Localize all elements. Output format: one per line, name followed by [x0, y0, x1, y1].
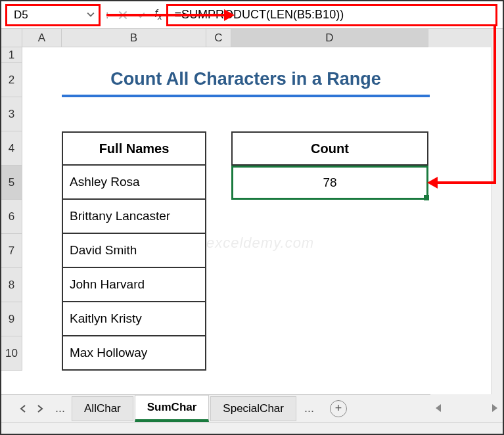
- col-header-c[interactable]: C: [206, 29, 231, 47]
- row-header-10[interactable]: 10: [1, 336, 22, 371]
- row-header-8[interactable]: 8: [1, 268, 22, 302]
- count-value: 78: [323, 175, 336, 190]
- select-all-corner[interactable]: [1, 29, 22, 47]
- row-header-3[interactable]: 3: [1, 97, 22, 131]
- count-table: Count 78: [231, 131, 428, 200]
- spreadsheet-grid: A B C D 1 2 3 4 5 6 7 8 9 10 Count All C…: [1, 29, 503, 396]
- selected-cell-d5[interactable]: 78: [231, 166, 428, 200]
- page-title: Count All Characters in a Range: [62, 63, 430, 97]
- col-header-b[interactable]: B: [62, 29, 206, 47]
- row-headers: 1 2 3 4 5 6 7 8 9 10: [1, 47, 22, 371]
- table-row[interactable]: Kaitlyn Kristy: [62, 302, 206, 336]
- tab-allchar[interactable]: AllChar: [72, 396, 133, 421]
- col-header-a[interactable]: A: [22, 29, 62, 47]
- horizontal-scrollbar[interactable]: [430, 394, 503, 422]
- add-sheet-icon[interactable]: +: [330, 400, 347, 417]
- tab-specialchar[interactable]: SpecialChar: [210, 396, 296, 421]
- count-header[interactable]: Count: [231, 131, 428, 166]
- chevron-down-icon[interactable]: [87, 9, 95, 22]
- names-table: Full Names Ashley Rosa Brittany Lancaste…: [62, 131, 206, 371]
- fx-icon[interactable]: fx: [154, 8, 162, 22]
- row-header-6[interactable]: 6: [1, 200, 22, 234]
- table-row[interactable]: John Harvard: [62, 268, 206, 302]
- fill-handle[interactable]: [424, 195, 429, 200]
- check-icon[interactable]: [133, 7, 149, 23]
- column-headers: A B C D: [22, 29, 503, 47]
- sheet-tabs-bar: ... AllChar SumChar SpecialChar ... +: [1, 394, 503, 422]
- cells-area[interactable]: Count All Characters in a Range Full Nam…: [22, 47, 503, 396]
- tab-nav-next-icon[interactable]: [34, 403, 46, 415]
- vertical-scrollbar[interactable]: [491, 29, 503, 394]
- tab-sumchar[interactable]: SumChar: [135, 395, 210, 422]
- col-header-d[interactable]: D: [231, 29, 428, 47]
- row-header-4[interactable]: 4: [1, 131, 22, 166]
- table-row[interactable]: Max Holloway: [62, 336, 206, 371]
- table-row[interactable]: Ashley Rosa: [62, 166, 206, 200]
- tab-dots-right[interactable]: ...: [304, 401, 314, 415]
- cancel-icon[interactable]: [115, 7, 131, 23]
- row-header-5[interactable]: 5: [1, 166, 22, 200]
- row-header-7[interactable]: 7: [1, 234, 22, 268]
- tab-dots-left[interactable]: ...: [55, 401, 65, 415]
- tab-nav-prev-icon[interactable]: [17, 403, 29, 415]
- scroll-right-icon[interactable]: [492, 404, 497, 412]
- formula-input[interactable]: =SUMPRODUCT(LEN(B5:B10)): [166, 4, 497, 26]
- row-header-1[interactable]: 1: [1, 47, 22, 63]
- status-bar: [1, 422, 503, 434]
- names-header[interactable]: Full Names: [62, 131, 206, 166]
- table-row[interactable]: Brittany Lancaster: [62, 200, 206, 234]
- row-header-2[interactable]: 2: [1, 63, 22, 97]
- formula-text: =SUMPRODUCT(LEN(B5:B10)): [175, 8, 344, 22]
- name-box[interactable]: D5: [5, 4, 101, 26]
- watermark: exceldemy.com: [206, 235, 314, 252]
- separator: :: [101, 9, 114, 21]
- table-row[interactable]: David Smith: [62, 234, 206, 268]
- formula-bar: D5 : fx =SUMPRODUCT(LEN(B5:B10)): [1, 1, 503, 29]
- row-header-9[interactable]: 9: [1, 302, 22, 336]
- name-box-value: D5: [14, 9, 28, 22]
- scroll-left-icon[interactable]: [436, 404, 441, 412]
